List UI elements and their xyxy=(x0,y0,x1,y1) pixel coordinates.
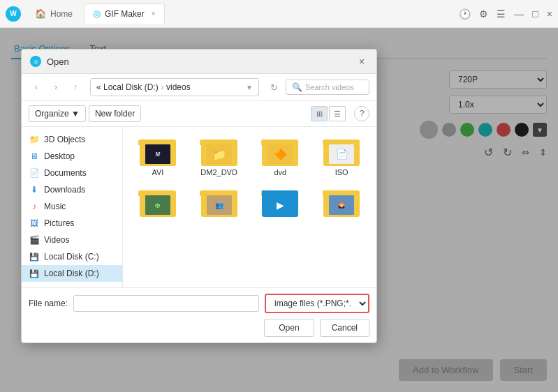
filename-input[interactable] xyxy=(73,295,259,312)
sidebar-item-pictures[interactable]: 🖼 Pictures xyxy=(22,215,122,232)
window-controls: 🕐 ⚙ ☰ — □ × xyxy=(459,8,552,20)
path-separator: › xyxy=(161,84,163,91)
local-disk-c-label: Local Disk (C:) xyxy=(44,252,99,262)
search-placeholder: Search videos xyxy=(305,83,354,91)
3d-objects-label: 3D Objects xyxy=(44,135,85,144)
documents-icon: 📄 xyxy=(29,167,40,179)
open-file-dialog: ◎ Open × ‹ › ↑ « Local Disk (D:) › video… xyxy=(21,49,377,343)
list-view-button[interactable]: ☰ xyxy=(329,106,346,121)
dialog-title-icon: ◎ xyxy=(30,56,41,67)
path-bar[interactable]: « Local Disk (D:) › videos ▼ xyxy=(90,78,259,96)
file-item-iso[interactable]: 📄 ISO xyxy=(314,134,369,179)
cancel-button[interactable]: Cancel xyxy=(320,319,369,337)
title-bar: W 🏠 Home ◎ GIF Maker × 🕐 ⚙ ☰ — □ × xyxy=(0,0,558,28)
sidebar-item-music[interactable]: ♪ Music xyxy=(22,198,122,215)
view-mode-buttons: ⊞ ☰ xyxy=(311,106,346,121)
file-label-dm2-dvd: DM2_DVD xyxy=(200,168,237,176)
path-dropdown-icon[interactable]: ▼ xyxy=(246,84,253,91)
pictures-label: Pictures xyxy=(44,218,74,228)
music-icon: ♪ xyxy=(29,201,40,212)
file-label-dvd: dvd xyxy=(274,168,287,176)
maximize-icon[interactable]: □ xyxy=(532,8,538,20)
file-item-dvd[interactable]: 🔶 dvd xyxy=(253,134,309,179)
desktop-label: Desktop xyxy=(44,151,75,161)
app-logo: W xyxy=(6,6,21,22)
dialog-sidebar: 📁 3D Objects 🖥 Desktop 📄 Documents ⬇ Dow… xyxy=(22,127,123,287)
settings-icon[interactable]: ⚙ xyxy=(479,8,488,20)
file-item-dm2-dvd[interactable]: 📁 DM2_DVD xyxy=(191,134,247,179)
music-label: Music xyxy=(44,202,66,211)
home-tab-label: Home xyxy=(50,9,73,19)
dialog-footer: File name: image files (*.PNG;*.JPG;*.JP… xyxy=(22,287,376,342)
sidebar-item-local-disk-d[interactable]: 💾 Local Disk (D:) xyxy=(22,265,122,282)
menu-icon[interactable]: ☰ xyxy=(497,8,506,20)
pictures-icon: 🖼 xyxy=(29,218,40,229)
file-label-iso: ISO xyxy=(335,168,348,176)
path-text: « Local Disk (D:) xyxy=(96,82,159,92)
refresh-button[interactable]: ↻ xyxy=(266,80,281,95)
organize-button[interactable]: Organize ▼ xyxy=(29,105,86,122)
new-folder-button[interactable]: New folder xyxy=(89,105,141,122)
nav-forward-button[interactable]: › xyxy=(48,80,64,95)
open-button[interactable]: Open xyxy=(264,319,314,337)
dialog-navbar: ‹ › ↑ « Local Disk (D:) › videos ▼ ↻ 🔍 S… xyxy=(22,74,376,101)
search-bar[interactable]: 🔍 Search videos xyxy=(286,80,369,95)
sidebar-item-local-disk-c[interactable]: 💾 Local Disk (C:) xyxy=(22,248,122,265)
documents-label: Documents xyxy=(44,168,87,178)
filename-row: File name: image files (*.PNG;*.JPG;*.JP… xyxy=(29,294,369,313)
file-item-landscape[interactable]: 🌄 xyxy=(314,185,369,222)
sidebar-item-desktop[interactable]: 🖥 Desktop xyxy=(22,148,122,165)
file-item-people[interactable]: 👥 xyxy=(191,185,247,222)
home-tab[interactable]: 🏠 Home xyxy=(27,4,81,23)
sidebar-item-3d-objects[interactable]: 📁 3D Objects xyxy=(22,131,122,148)
gif-tab-close[interactable]: × xyxy=(152,10,156,17)
videos-icon: 🎬 xyxy=(29,234,40,246)
downloads-label: Downloads xyxy=(44,185,85,195)
gif-tab-label: GIF Maker xyxy=(105,9,145,19)
file-item-avi[interactable]: M AVI xyxy=(130,134,186,179)
dialog-title: Open xyxy=(47,56,350,67)
local-disk-d-label: Local Disk (D:) xyxy=(44,269,99,278)
history-icon[interactable]: 🕐 xyxy=(459,8,471,20)
search-icon: 🔍 xyxy=(292,82,302,92)
path-folder: videos xyxy=(166,82,191,92)
filetype-select[interactable]: image files (*.PNG;*.JPG;*.JPEG; xyxy=(265,294,369,313)
close-icon[interactable]: × xyxy=(547,8,552,20)
grid-view-button[interactable]: ⊞ xyxy=(311,106,328,121)
local-disk-c-icon: 💾 xyxy=(29,251,40,262)
home-icon: 🏠 xyxy=(35,8,46,19)
downloads-icon: ⬇ xyxy=(29,184,40,195)
file-item-stadium[interactable]: 🏟 xyxy=(130,185,186,222)
file-item-play[interactable]: ▶ xyxy=(253,185,309,222)
dialog-actions-toolbar: Organize ▼ New folder ⊞ ☰ ? xyxy=(22,101,376,127)
file-grid: M AVI 📁 xyxy=(123,127,376,287)
sidebar-item-documents[interactable]: 📄 Documents xyxy=(22,165,122,181)
local-disk-d-icon: 💾 xyxy=(29,268,40,279)
3d-objects-icon: 📁 xyxy=(29,134,40,145)
dialog-overlay: ◎ Open × ‹ › ↑ « Local Disk (D:) › video… xyxy=(0,28,558,392)
gif-tab-icon: ◎ xyxy=(93,8,101,19)
footer-buttons: Open Cancel xyxy=(29,319,369,337)
dialog-body: 📁 3D Objects 🖥 Desktop 📄 Documents ⬇ Dow… xyxy=(22,127,376,287)
desktop-icon: 🖥 xyxy=(29,151,40,162)
file-label-avi: AVI xyxy=(152,168,163,176)
sidebar-item-downloads[interactable]: ⬇ Downloads xyxy=(22,181,122,198)
videos-label: Videos xyxy=(44,235,69,245)
filename-label: File name: xyxy=(29,299,68,308)
nav-up-button[interactable]: ↑ xyxy=(68,80,83,95)
help-button[interactable]: ? xyxy=(354,106,369,121)
dialog-titlebar: ◎ Open × xyxy=(22,50,376,74)
sidebar-item-videos[interactable]: 🎬 Videos xyxy=(22,232,122,248)
dialog-close-button[interactable]: × xyxy=(355,55,368,68)
gif-maker-tab[interactable]: ◎ GIF Maker × xyxy=(84,3,165,24)
minimize-icon[interactable]: — xyxy=(514,8,524,20)
nav-back-button[interactable]: ‹ xyxy=(29,80,44,95)
